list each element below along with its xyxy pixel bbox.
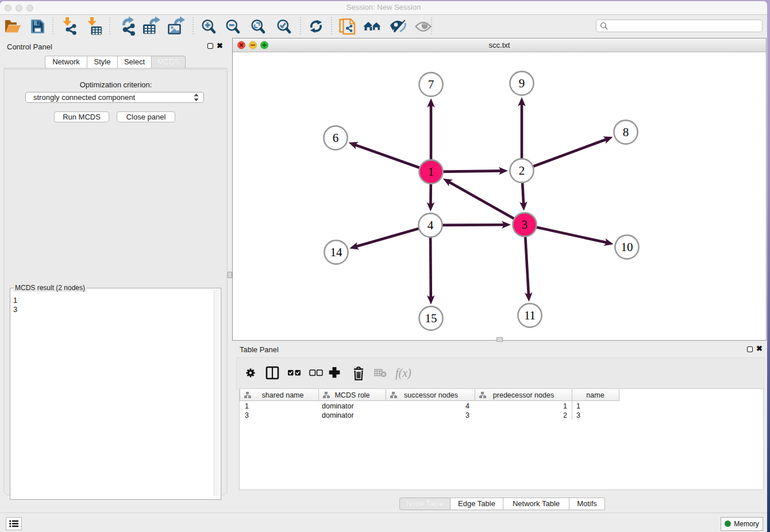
svg-text:predecessor nodes: predecessor nodes [493, 391, 554, 399]
svg-text:3: 3 [576, 411, 580, 419]
svg-text:f(x): f(x) [395, 367, 411, 380]
svg-text:1: 1 [428, 165, 434, 179]
svg-text:1: 1 [245, 402, 249, 410]
svg-text:shared name: shared name [262, 391, 304, 399]
svg-text:11: 11 [524, 309, 536, 322]
svg-text:successor nodes: successor nodes [404, 391, 458, 399]
svg-text:name: name [586, 391, 604, 399]
svg-text:10: 10 [621, 240, 633, 254]
svg-text:9: 9 [519, 76, 525, 90]
svg-text:7: 7 [428, 78, 434, 91]
svg-text:8: 8 [623, 125, 629, 139]
svg-text:15: 15 [425, 311, 437, 325]
svg-text:2: 2 [519, 164, 525, 178]
svg-text:dominator: dominator [322, 402, 354, 410]
svg-text:MCDS role: MCDS role [334, 391, 369, 399]
svg-text:3: 3 [245, 411, 249, 419]
svg-text:2: 2 [563, 411, 567, 419]
svg-text:1: 1 [563, 402, 567, 410]
svg-text:14: 14 [330, 245, 343, 259]
svg-text:4: 4 [428, 218, 434, 232]
svg-text:6: 6 [333, 131, 339, 145]
svg-text:4: 4 [465, 402, 469, 410]
svg-text:1: 1 [576, 402, 580, 410]
svg-text:3: 3 [465, 411, 469, 419]
svg-text:dominator: dominator [322, 411, 354, 419]
svg-text:3: 3 [522, 218, 528, 232]
